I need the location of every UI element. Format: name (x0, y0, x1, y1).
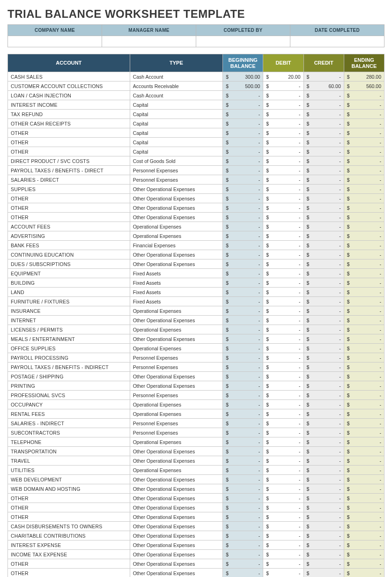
cell-beginning[interactable]: - (223, 391, 263, 400)
cell-debit[interactable]: - (263, 203, 303, 213)
cell-credit[interactable]: - (303, 512, 344, 522)
cell-debit[interactable]: - (263, 325, 303, 334)
cell-type[interactable]: Other Operational Expenses (130, 213, 222, 222)
cell-beginning[interactable]: - (223, 306, 263, 316)
cell-ending[interactable]: - (344, 456, 384, 466)
cell-account[interactable]: OTHER (8, 194, 130, 203)
cell-debit[interactable]: - (263, 241, 303, 250)
cell-type[interactable]: Other Operational Expenses (130, 540, 222, 550)
cell-ending[interactable]: 560.00 (344, 81, 384, 91)
cell-account[interactable]: SUBCONTRACTORS (8, 428, 130, 437)
cell-credit[interactable]: - (303, 147, 344, 156)
cell-beginning[interactable]: - (223, 119, 263, 128)
cell-account[interactable]: MEALS / ENTERTAINMENT (8, 334, 130, 344)
cell-ending[interactable]: - (344, 522, 384, 531)
cell-account[interactable]: INTEREST INCOME (8, 100, 130, 110)
cell-ending[interactable]: - (344, 316, 384, 325)
cell-account[interactable]: OTHER (8, 569, 130, 577)
cell-ending[interactable]: - (344, 147, 384, 156)
cell-credit[interactable]: - (303, 269, 344, 278)
cell-account[interactable]: OTHER (8, 147, 130, 156)
cell-beginning[interactable]: - (223, 372, 263, 381)
cell-debit[interactable]: - (263, 540, 303, 550)
cell-account[interactable]: PROFESSIONAL SVCS (8, 391, 130, 400)
cell-ending[interactable]: - (344, 372, 384, 381)
cell-credit[interactable]: - (303, 72, 344, 81)
cell-account[interactable]: TRAVEL (8, 456, 130, 466)
cell-debit[interactable]: - (263, 475, 303, 484)
cell-beginning[interactable]: - (223, 166, 263, 175)
cell-account[interactable]: BANK FEES (8, 241, 130, 250)
cell-beginning[interactable]: - (223, 259, 263, 269)
cell-debit[interactable]: - (263, 334, 303, 344)
cell-credit[interactable]: - (303, 447, 344, 456)
cell-type[interactable]: Operational Expenses (130, 409, 222, 419)
cell-credit[interactable]: - (303, 344, 344, 353)
cell-credit[interactable]: - (303, 437, 344, 447)
cell-debit[interactable]: - (263, 175, 303, 185)
cell-type[interactable]: Operational Expenses (130, 222, 222, 231)
cell-ending[interactable]: - (344, 484, 384, 494)
cell-ending[interactable]: - (344, 138, 384, 147)
cell-debit[interactable]: - (263, 447, 303, 456)
cell-credit[interactable]: - (303, 194, 344, 203)
cell-ending[interactable]: - (344, 325, 384, 334)
cell-beginning[interactable]: - (223, 278, 263, 288)
cell-type[interactable]: Accounts Receivable (130, 81, 222, 91)
cell-type[interactable]: Operational Expenses (130, 437, 222, 447)
cell-ending[interactable]: - (344, 559, 384, 569)
cell-type[interactable]: Other Operational Expenses (130, 250, 222, 259)
cell-credit[interactable]: - (303, 456, 344, 466)
cell-account[interactable]: OTHER (8, 203, 130, 213)
cell-credit[interactable]: 60.00 (303, 81, 344, 91)
cell-type[interactable]: Other Operational Expenses (130, 381, 222, 391)
cell-credit[interactable]: - (303, 409, 344, 419)
cell-ending[interactable]: 280.00 (344, 72, 384, 81)
cell-type[interactable]: Other Operational Expenses (130, 372, 222, 381)
cell-type[interactable]: Fixed Assets (130, 269, 222, 278)
cell-debit[interactable]: - (263, 456, 303, 466)
cell-debit[interactable]: - (263, 269, 303, 278)
cell-beginning[interactable]: - (223, 362, 263, 372)
cell-credit[interactable]: - (303, 297, 344, 306)
cell-debit[interactable]: - (263, 503, 303, 512)
cell-beginning[interactable]: - (223, 297, 263, 306)
cell-credit[interactable]: - (303, 550, 344, 559)
cell-type[interactable]: Other Operational Expenses (130, 494, 222, 503)
cell-beginning[interactable]: - (223, 437, 263, 447)
cell-type[interactable]: Other Operational Expenses (130, 484, 222, 494)
cell-ending[interactable]: - (344, 475, 384, 484)
cell-ending[interactable]: - (344, 428, 384, 437)
cell-debit[interactable]: - (263, 391, 303, 400)
cell-debit[interactable]: - (263, 344, 303, 353)
cell-account[interactable]: PAYROLL TAXES / BENEFITS - INDIRECT (8, 362, 130, 372)
cell-beginning[interactable]: - (223, 428, 263, 437)
cell-beginning[interactable]: - (223, 419, 263, 428)
cell-credit[interactable]: - (303, 325, 344, 334)
cell-debit[interactable]: - (263, 409, 303, 419)
cell-account[interactable]: CASH SALES (8, 72, 130, 81)
cell-beginning[interactable]: - (223, 288, 263, 297)
cell-beginning[interactable]: - (223, 484, 263, 494)
cell-type[interactable]: Other Operational Expenses (130, 522, 222, 531)
cell-credit[interactable]: - (303, 222, 344, 231)
cell-ending[interactable]: - (344, 437, 384, 447)
cell-ending[interactable]: - (344, 128, 384, 138)
cell-type[interactable]: Personnel Expenses (130, 362, 222, 372)
cell-ending[interactable]: - (344, 409, 384, 419)
cell-credit[interactable]: - (303, 259, 344, 269)
cell-account[interactable]: INCOME TAX EXPENSE (8, 550, 130, 559)
cell-debit[interactable]: - (263, 362, 303, 372)
cell-beginning[interactable]: - (223, 156, 263, 166)
meta-val-completed[interactable] (196, 36, 290, 47)
cell-account[interactable]: OCCUPANCY (8, 400, 130, 409)
cell-credit[interactable]: - (303, 484, 344, 494)
cell-credit[interactable]: - (303, 91, 344, 100)
cell-ending[interactable]: - (344, 288, 384, 297)
cell-account[interactable]: EQUIPMENT (8, 269, 130, 278)
cell-type[interactable]: Operational Expenses (130, 466, 222, 475)
cell-debit[interactable]: - (263, 484, 303, 494)
cell-debit[interactable]: - (263, 316, 303, 325)
cell-type[interactable]: Cash Account (130, 72, 222, 81)
cell-debit[interactable]: - (263, 353, 303, 362)
